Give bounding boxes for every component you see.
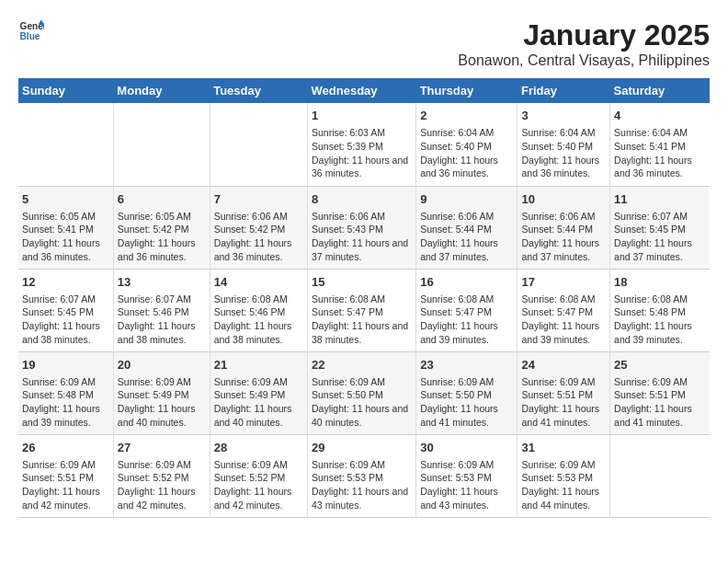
calendar-cell: 1Sunrise: 6:03 AMSunset: 5:39 PMDaylight…	[308, 103, 416, 186]
day-number: 28	[214, 440, 303, 456]
day-info: Sunrise: 6:08 AMSunset: 5:47 PMDaylight:…	[312, 293, 412, 347]
calendar-cell: 29Sunrise: 6:09 AMSunset: 5:53 PMDayligh…	[308, 434, 416, 517]
calendar-week-row: 26Sunrise: 6:09 AMSunset: 5:51 PMDayligh…	[18, 434, 710, 517]
day-info: Sunrise: 6:05 AMSunset: 5:41 PMDaylight:…	[22, 210, 109, 264]
calendar-cell: 7Sunrise: 6:06 AMSunset: 5:42 PMDaylight…	[210, 186, 307, 269]
calendar-cell: 28Sunrise: 6:09 AMSunset: 5:52 PMDayligh…	[210, 434, 307, 517]
day-info: Sunrise: 6:04 AMSunset: 5:41 PMDaylight:…	[614, 126, 706, 180]
day-number: 12	[22, 274, 109, 291]
col-header-friday: Friday	[518, 78, 610, 103]
day-number: 9	[420, 191, 513, 208]
day-number: 7	[214, 191, 303, 208]
day-number: 14	[214, 274, 303, 291]
day-number: 22	[312, 357, 412, 373]
day-number: 29	[312, 440, 412, 456]
day-info: Sunrise: 6:08 AMSunset: 5:48 PMDaylight:…	[614, 293, 706, 347]
day-info: Sunrise: 6:09 AMSunset: 5:51 PMDaylight:…	[614, 375, 706, 430]
col-header-monday: Monday	[113, 78, 210, 103]
day-info: Sunrise: 6:05 AMSunset: 5:42 PMDaylight:…	[118, 210, 206, 264]
calendar-cell	[210, 103, 307, 186]
calendar-cell: 16Sunrise: 6:08 AMSunset: 5:47 PMDayligh…	[416, 269, 518, 351]
day-info: Sunrise: 6:09 AMSunset: 5:48 PMDaylight:…	[22, 375, 109, 430]
calendar-cell: 11Sunrise: 6:07 AMSunset: 5:45 PMDayligh…	[610, 186, 710, 269]
calendar-cell: 3Sunrise: 6:04 AMSunset: 5:40 PMDaylight…	[518, 103, 610, 186]
day-info: Sunrise: 6:09 AMSunset: 5:52 PMDaylight:…	[214, 458, 303, 512]
calendar-cell: 2Sunrise: 6:04 AMSunset: 5:40 PMDaylight…	[416, 103, 518, 186]
calendar-cell: 6Sunrise: 6:05 AMSunset: 5:42 PMDaylight…	[113, 186, 210, 269]
col-header-thursday: Thursday	[416, 78, 518, 103]
page-subtitle: Bonawon, Central Visayas, Philippines	[458, 52, 710, 69]
day-number: 24	[521, 357, 606, 373]
calendar-cell: 9Sunrise: 6:06 AMSunset: 5:44 PMDaylight…	[416, 186, 518, 269]
day-number: 23	[420, 357, 513, 373]
calendar-cell: 10Sunrise: 6:06 AMSunset: 5:44 PMDayligh…	[518, 186, 610, 269]
day-info: Sunrise: 6:06 AMSunset: 5:44 PMDaylight:…	[420, 210, 513, 264]
calendar-cell: 30Sunrise: 6:09 AMSunset: 5:53 PMDayligh…	[416, 434, 518, 517]
col-header-sunday: Sunday	[18, 78, 113, 103]
col-header-saturday: Saturday	[610, 78, 710, 103]
day-info: Sunrise: 6:06 AMSunset: 5:42 PMDaylight:…	[214, 210, 303, 264]
day-number: 3	[521, 108, 606, 124]
day-info: Sunrise: 6:04 AMSunset: 5:40 PMDaylight:…	[420, 126, 513, 180]
svg-text:Blue: Blue	[20, 31, 40, 41]
calendar-cell	[113, 103, 210, 186]
day-info: Sunrise: 6:07 AMSunset: 5:46 PMDaylight:…	[118, 293, 206, 347]
day-number: 18	[614, 274, 706, 291]
day-number: 17	[521, 274, 606, 291]
title-block: January 2025 Bonawon, Central Visayas, P…	[458, 18, 710, 69]
day-number: 31	[521, 440, 606, 456]
day-info: Sunrise: 6:08 AMSunset: 5:47 PMDaylight:…	[420, 293, 513, 347]
calendar-cell	[610, 434, 710, 517]
col-header-wednesday: Wednesday	[308, 78, 416, 103]
day-number: 30	[420, 440, 513, 456]
logo: General Blue	[18, 18, 44, 44]
calendar-cell: 19Sunrise: 6:09 AMSunset: 5:48 PMDayligh…	[18, 351, 113, 434]
page-header: General Blue January 2025 Bonawon, Centr…	[18, 18, 710, 69]
day-info: Sunrise: 6:09 AMSunset: 5:49 PMDaylight:…	[214, 375, 303, 430]
calendar-cell: 5Sunrise: 6:05 AMSunset: 5:41 PMDaylight…	[18, 186, 113, 269]
day-info: Sunrise: 6:09 AMSunset: 5:53 PMDaylight:…	[521, 458, 606, 512]
calendar-week-row: 1Sunrise: 6:03 AMSunset: 5:39 PMDaylight…	[18, 103, 710, 186]
day-info: Sunrise: 6:09 AMSunset: 5:50 PMDaylight:…	[312, 375, 412, 430]
calendar-cell: 12Sunrise: 6:07 AMSunset: 5:45 PMDayligh…	[18, 269, 113, 351]
calendar-cell: 27Sunrise: 6:09 AMSunset: 5:52 PMDayligh…	[113, 434, 210, 517]
calendar-header-row: SundayMondayTuesdayWednesdayThursdayFrid…	[18, 78, 710, 103]
calendar-cell: 31Sunrise: 6:09 AMSunset: 5:53 PMDayligh…	[518, 434, 610, 517]
day-info: Sunrise: 6:09 AMSunset: 5:51 PMDaylight:…	[22, 458, 109, 512]
calendar-week-row: 19Sunrise: 6:09 AMSunset: 5:48 PMDayligh…	[18, 351, 710, 434]
day-number: 19	[22, 357, 109, 373]
calendar-cell: 17Sunrise: 6:08 AMSunset: 5:47 PMDayligh…	[518, 269, 610, 351]
calendar-week-row: 12Sunrise: 6:07 AMSunset: 5:45 PMDayligh…	[18, 269, 710, 351]
calendar-table: SundayMondayTuesdayWednesdayThursdayFrid…	[18, 78, 710, 518]
calendar-cell: 24Sunrise: 6:09 AMSunset: 5:51 PMDayligh…	[518, 351, 610, 434]
day-number: 2	[420, 108, 513, 124]
day-number: 8	[312, 191, 412, 208]
calendar-cell: 18Sunrise: 6:08 AMSunset: 5:48 PMDayligh…	[610, 269, 710, 351]
day-info: Sunrise: 6:06 AMSunset: 5:43 PMDaylight:…	[312, 210, 412, 264]
calendar-cell: 26Sunrise: 6:09 AMSunset: 5:51 PMDayligh…	[18, 434, 113, 517]
calendar-cell: 25Sunrise: 6:09 AMSunset: 5:51 PMDayligh…	[610, 351, 710, 434]
day-info: Sunrise: 6:07 AMSunset: 5:45 PMDaylight:…	[614, 210, 706, 264]
day-info: Sunrise: 6:08 AMSunset: 5:47 PMDaylight:…	[521, 293, 606, 347]
day-info: Sunrise: 6:04 AMSunset: 5:40 PMDaylight:…	[521, 126, 606, 180]
logo-icon: General Blue	[18, 18, 44, 44]
calendar-cell: 15Sunrise: 6:08 AMSunset: 5:47 PMDayligh…	[308, 269, 416, 351]
calendar-cell: 22Sunrise: 6:09 AMSunset: 5:50 PMDayligh…	[308, 351, 416, 434]
calendar-cell: 20Sunrise: 6:09 AMSunset: 5:49 PMDayligh…	[113, 351, 210, 434]
day-number: 26	[22, 440, 109, 456]
day-number: 15	[312, 274, 412, 291]
calendar-cell: 8Sunrise: 6:06 AMSunset: 5:43 PMDaylight…	[308, 186, 416, 269]
day-number: 27	[118, 440, 206, 456]
day-info: Sunrise: 6:09 AMSunset: 5:49 PMDaylight:…	[118, 375, 206, 430]
col-header-tuesday: Tuesday	[210, 78, 307, 103]
page-title: January 2025	[458, 18, 710, 52]
day-number: 20	[118, 357, 206, 373]
day-info: Sunrise: 6:07 AMSunset: 5:45 PMDaylight:…	[22, 293, 109, 347]
calendar-week-row: 5Sunrise: 6:05 AMSunset: 5:41 PMDaylight…	[18, 186, 710, 269]
day-info: Sunrise: 6:06 AMSunset: 5:44 PMDaylight:…	[521, 210, 606, 264]
day-info: Sunrise: 6:03 AMSunset: 5:39 PMDaylight:…	[312, 126, 412, 180]
day-number: 1	[312, 108, 412, 124]
day-number: 11	[614, 191, 706, 208]
day-info: Sunrise: 6:08 AMSunset: 5:46 PMDaylight:…	[214, 293, 303, 347]
day-number: 16	[420, 274, 513, 291]
